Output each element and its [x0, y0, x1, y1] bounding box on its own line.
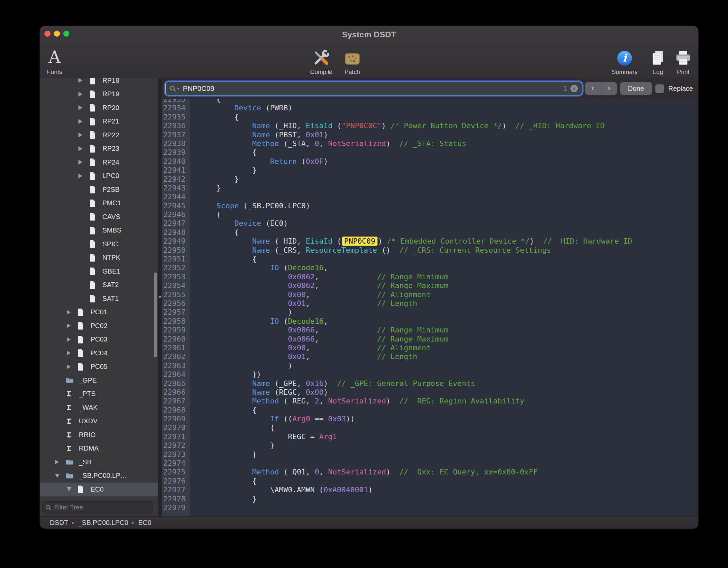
code-line[interactable]: Return (0x0F): [199, 157, 695, 166]
sidebar-item-pc05[interactable]: PC05: [40, 360, 158, 374]
code-line[interactable]: Name (_CRS, ResourceTemplate () // _CRS:…: [199, 246, 695, 255]
disclosure-right-icon[interactable]: [78, 133, 89, 137]
search-icon[interactable]: [170, 85, 176, 92]
code-line[interactable]: Method (_Q01, 0, NotSerialized) // _Qxx:…: [199, 468, 695, 476]
code-area[interactable]: { Device (PWRB) { Name (_HID, EisaId ("P…: [190, 99, 695, 512]
sidebar-item-rp21[interactable]: RP21: [40, 115, 158, 129]
sidebar-item-rrio[interactable]: RRIO: [40, 428, 158, 442]
sidebar-item-gbe1[interactable]: GBE1: [40, 264, 158, 278]
sidebar-item-spic[interactable]: SPIC: [40, 237, 158, 251]
disclosure-right-icon[interactable]: [67, 337, 77, 342]
sidebar-item-pc03[interactable]: PC03: [40, 333, 158, 347]
pane-splitter[interactable]: [158, 78, 162, 517]
code-editor[interactable]: 2293322934229352293622937229382293922940…: [162, 99, 695, 517]
sidebar-item-ntpk[interactable]: NTPK: [40, 251, 158, 265]
disclosure-right-icon[interactable]: [78, 105, 89, 110]
sidebar-item-rp24[interactable]: RP24: [40, 155, 158, 169]
disclosure-right-icon[interactable]: [78, 160, 89, 165]
done-button[interactable]: Done: [620, 82, 652, 95]
breadcrumb-item[interactable]: DSDT: [50, 519, 68, 527]
disclosure-right-icon[interactable]: [78, 78, 89, 83]
sidebar-item-lpc0[interactable]: LPC0: [40, 169, 158, 183]
filter-tree-field[interactable]: [42, 501, 153, 513]
code-line[interactable]: Name (_HID, EisaId (PNP0C09) /* Embedded…: [199, 237, 695, 246]
breadcrumb-item[interactable]: _SB.PC00.LPC0: [78, 519, 128, 527]
code-line[interactable]: Method (_REG, 2, NotSerialized) // _REG:…: [199, 397, 695, 405]
find-previous-button[interactable]: ‹: [585, 82, 601, 95]
code-line[interactable]: Method (_STA, 0, NotSerialized) // _STA:…: [199, 139, 695, 148]
code-line[interactable]: Name (REGC, 0x00): [199, 388, 695, 397]
disclosure-right-icon[interactable]: [78, 92, 89, 97]
disclosure-right-icon[interactable]: [67, 364, 77, 369]
sidebar-item-ec0[interactable]: EC0: [40, 483, 158, 496]
code-line[interactable]: Name (PBST, 0x01): [199, 131, 695, 139]
sidebar-item-sat1[interactable]: SAT1: [40, 292, 158, 306]
sidebar-item-pmc1[interactable]: PMC1: [40, 197, 158, 210]
breadcrumb-item[interactable]: EC0: [138, 519, 152, 527]
code-line[interactable]: [199, 192, 695, 201]
sidebar-item-_sb.pc00.lp…[interactable]: _SB.PC00.LP…: [40, 469, 158, 483]
code-line[interactable]: 0x01, // Length: [199, 352, 695, 361]
sidebar-item-pc02[interactable]: PC02: [40, 319, 158, 333]
disclosure-down-icon[interactable]: [55, 474, 66, 478]
code-line[interactable]: [199, 503, 695, 512]
disclosure-right-icon[interactable]: [78, 146, 89, 151]
code-line[interactable]: }: [199, 441, 695, 450]
code-line[interactable]: {: [199, 113, 695, 121]
sidebar-item-rp22[interactable]: RP22: [40, 128, 158, 142]
code-line[interactable]: Name (_GPE, 0x16) // _GPE: General Purpo…: [199, 379, 695, 388]
search-input[interactable]: [182, 84, 563, 93]
fonts-button[interactable]: A Fonts: [40, 41, 69, 78]
disclosure-right-icon[interactable]: [67, 351, 77, 355]
code-line[interactable]: }: [199, 450, 695, 459]
code-line[interactable]: [199, 459, 695, 468]
code-line[interactable]: REGC = Arg1: [199, 432, 695, 441]
sidebar-item-sat2[interactable]: SAT2: [40, 278, 158, 292]
code-line[interactable]: Device (PWRB): [199, 104, 695, 112]
code-line[interactable]: }: [199, 175, 695, 184]
search-menu-chevron-icon[interactable]: ▾: [177, 86, 179, 91]
disclosure-right-icon[interactable]: [78, 119, 89, 124]
code-line[interactable]: {: [199, 99, 695, 104]
code-line[interactable]: 0x00, // Alignment: [199, 344, 695, 352]
sidebar-item-_gpe[interactable]: _GPE: [40, 374, 158, 387]
code-line[interactable]: 0x0066, // Range Maximum: [199, 335, 695, 344]
code-line[interactable]: {: [199, 228, 695, 237]
compile-button[interactable]: Compile: [306, 41, 336, 78]
code-line[interactable]: {: [199, 255, 695, 263]
code-line[interactable]: {: [199, 477, 695, 486]
search-field[interactable]: ▾ 1 ✕: [166, 82, 582, 95]
code-line[interactable]: 0x0062, // Range Maximum: [199, 281, 695, 290]
code-line[interactable]: {: [199, 148, 695, 157]
disclosure-right-icon[interactable]: [67, 310, 77, 315]
sidebar-item-rp23[interactable]: RP23: [40, 142, 158, 156]
sidebar-item-_sb[interactable]: _SB: [40, 455, 158, 469]
disclosure-right-icon[interactable]: [55, 460, 66, 464]
code-line[interactable]: }: [199, 166, 695, 175]
code-line[interactable]: 0x00, // Alignment: [199, 290, 695, 299]
code-line[interactable]: {: [199, 406, 695, 415]
summary-button[interactable]: i Summary: [609, 41, 640, 78]
code-line[interactable]: {: [199, 210, 695, 219]
code-line[interactable]: \AMW0.AMWN (0xA0040001): [199, 486, 695, 494]
sidebar-item-p2sb[interactable]: P2SB: [40, 183, 158, 197]
code-line[interactable]: IO (Decode16,: [199, 317, 695, 326]
disclosure-right-icon[interactable]: [78, 174, 89, 178]
sidebar-item-pc04[interactable]: PC04: [40, 346, 158, 360]
print-button[interactable]: Print: [669, 41, 698, 78]
patch-button[interactable]: Patch: [337, 41, 367, 78]
sidebar-item-_wak[interactable]: _WAK: [40, 401, 158, 415]
replace-checkbox[interactable]: [655, 84, 664, 93]
code-line[interactable]: {: [199, 423, 695, 432]
code-line[interactable]: }: [199, 495, 695, 503]
sidebar-item-rp18[interactable]: RP18: [40, 78, 158, 87]
sidebar-item-rp20[interactable]: RP20: [40, 101, 158, 115]
code-line[interactable]: }: [199, 184, 695, 192]
code-line[interactable]: Scope (_SB.PC00.LPC0): [199, 202, 695, 210]
clear-search-icon[interactable]: ✕: [570, 85, 578, 92]
sidebar-item-rdma[interactable]: RDMA: [40, 442, 158, 456]
code-line[interactable]: If ((Arg0 == 0x03)): [199, 415, 695, 423]
sidebar-item-smbs[interactable]: SMBS: [40, 224, 158, 238]
code-line[interactable]: Name (_HID, EisaId ("PNP0C0C") /* Power …: [199, 121, 695, 130]
sidebar-item-pc01[interactable]: PC01: [40, 306, 158, 319]
